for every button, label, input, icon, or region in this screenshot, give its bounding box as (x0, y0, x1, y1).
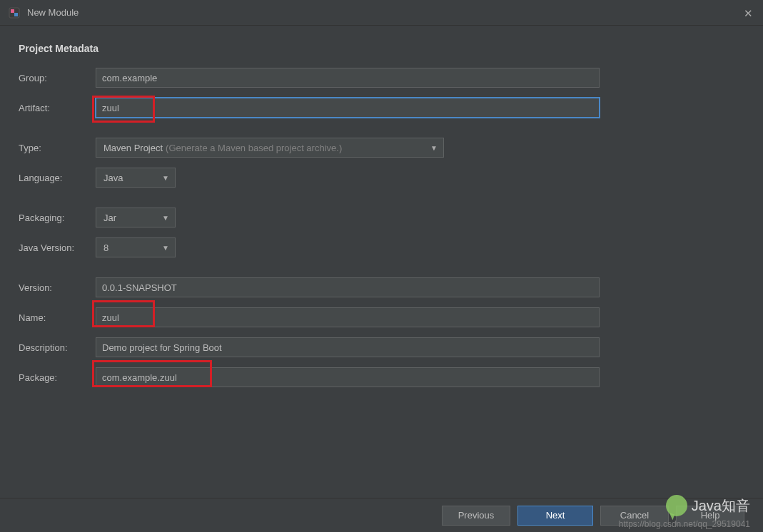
version-input[interactable] (96, 277, 600, 297)
chevron-down-icon: ▼ (162, 214, 169, 222)
previous-label: Previous (458, 510, 495, 521)
close-icon[interactable]: ✕ (744, 7, 753, 20)
svg-rect-2 (14, 13, 18, 16)
group-input[interactable] (96, 68, 600, 88)
app-icon (9, 7, 20, 19)
label-java-version: Java Version: (19, 242, 96, 253)
type-hint: (Generate a Maven based project archive.… (166, 143, 342, 153)
content-area: Project Metadata Group: Artifact: Type: … (0, 26, 763, 404)
titlebar: New Module ✕ (0, 0, 763, 26)
artifact-input[interactable] (96, 98, 600, 118)
next-label: Next (546, 510, 565, 521)
window-title: New Module (27, 7, 79, 18)
row-java-version: Java Version: 8 ▼ (19, 237, 744, 258)
row-group: Group: (19, 67, 744, 88)
java-version-value: 8 (103, 242, 108, 253)
field-version-wrap (96, 277, 744, 297)
label-language: Language: (19, 173, 96, 183)
packaging-value: Jar (103, 213, 116, 223)
label-version: Version: (19, 282, 96, 293)
language-value: Java (103, 173, 123, 183)
chevron-down-icon: ▼ (162, 244, 169, 252)
row-name: Name: (19, 307, 744, 328)
field-name-wrap (96, 307, 744, 327)
label-artifact: Artifact: (19, 103, 96, 113)
label-type: Type: (19, 143, 96, 153)
next-button[interactable]: Next (517, 506, 593, 526)
row-type: Type: Maven Project (Generate a Maven ba… (19, 137, 744, 158)
language-select[interactable]: Java ▼ (96, 168, 176, 188)
label-name: Name: (19, 312, 96, 323)
row-package: Package: (19, 367, 744, 388)
row-packaging: Packaging: Jar ▼ (19, 207, 744, 228)
watermark-url: https://blog.csdn.net/qq_29519041 (619, 519, 750, 529)
label-group: Group: (19, 73, 96, 83)
chevron-down-icon: ▼ (162, 174, 169, 182)
field-package-wrap (96, 367, 744, 387)
java-version-select[interactable]: 8 ▼ (96, 237, 176, 257)
section-title: Project Metadata (19, 43, 744, 54)
form: Group: Artifact: Type: Maven Project (Ge… (19, 67, 744, 397)
row-description: Description: (19, 337, 744, 358)
packaging-select[interactable]: Jar ▼ (96, 208, 176, 227)
field-group-wrap (96, 68, 744, 88)
previous-button[interactable]: Previous (442, 506, 510, 526)
field-artifact-wrap (96, 98, 744, 118)
label-packaging: Packaging: (19, 213, 96, 223)
row-artifact: Artifact: (19, 97, 744, 118)
label-description: Description: (19, 342, 96, 353)
package-input[interactable] (96, 367, 600, 387)
row-version: Version: (19, 277, 744, 298)
name-input[interactable] (96, 307, 600, 327)
row-language: Language: Java ▼ (19, 167, 744, 188)
field-description-wrap (96, 337, 744, 357)
type-select[interactable]: Maven Project (Generate a Maven based pr… (96, 138, 444, 158)
description-input[interactable] (96, 337, 600, 357)
chevron-down-icon: ▼ (430, 144, 438, 152)
label-package: Package: (19, 372, 96, 383)
svg-rect-1 (11, 9, 14, 13)
type-value: Maven Project (103, 143, 163, 153)
